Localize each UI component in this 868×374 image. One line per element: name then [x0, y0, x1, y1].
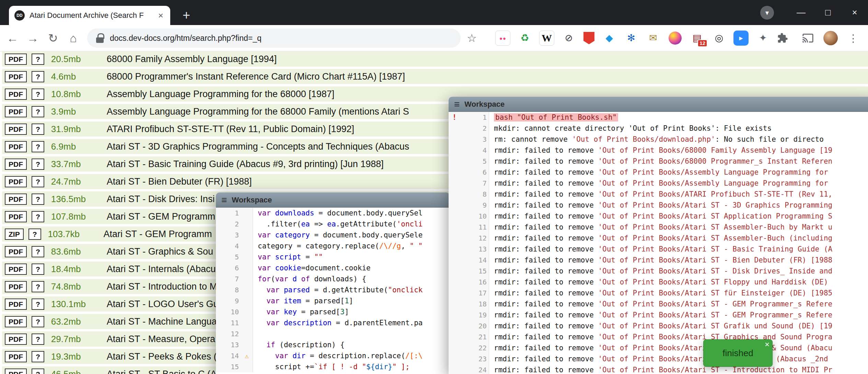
file-title[interactable]: Atari ST - ST Basic to C (A — [107, 369, 217, 374]
profile-avatar[interactable] — [823, 31, 838, 45]
file-type-badge: PDF — [5, 211, 27, 222]
address-bar[interactable]: docs.dev-docs.org/htm/search.php?find=_q — [87, 28, 461, 48]
hamburger-menu-icon[interactable]: ≡ — [221, 195, 227, 205]
file-info-badge[interactable]: ? — [32, 71, 44, 82]
file-title[interactable]: Atari ST - Measure, Opera — [107, 334, 215, 344]
mail-icon[interactable]: ✉ — [646, 31, 661, 46]
file-info-badge[interactable]: ? — [32, 299, 44, 310]
file-title[interactable]: Atari ST - 3D Graphics Programming - Con… — [107, 141, 409, 152]
file-row[interactable]: PDF?4.6mb68000 Programmer's Instant Refe… — [2, 69, 868, 84]
recycle-icon[interactable]: ♻ — [517, 31, 532, 46]
file-title[interactable]: 68000 Programmer's Instant Reference Car… — [107, 71, 405, 82]
file-title[interactable]: Atari ST - Internals (Abacu — [107, 264, 216, 274]
file-title[interactable]: Atari ST - Peeks & Pokes ( — [107, 351, 217, 362]
line-gutter: 11 — [449, 222, 489, 233]
terminal-output[interactable]: 1!bash "Out of Print Books.sh"2mkdir: ca… — [449, 112, 868, 374]
video-call-icon[interactable]: ▸ — [733, 31, 749, 46]
profile-chip-icon[interactable]: ▾ — [760, 6, 774, 20]
file-type-badge: PDF — [5, 246, 27, 257]
line-number: 16 — [460, 277, 489, 288]
workspace-terminal-titlebar[interactable]: ≡ Workspace — [449, 97, 868, 112]
file-row[interactable]: PDF?20.5mb68000 Family Assembly Language… — [2, 51, 868, 67]
ublock-shield-icon[interactable] — [583, 31, 595, 46]
file-info-badge[interactable]: ? — [32, 194, 44, 205]
bookmark-star-icon[interactable]: ☆ — [463, 28, 481, 48]
line-gutter: 9 — [449, 200, 489, 211]
file-info-badge[interactable]: ? — [32, 246, 44, 257]
file-title[interactable]: Atari ST - Graphics & Sou — [107, 246, 213, 257]
noscript-icon[interactable]: ⊘ — [561, 31, 576, 46]
file-title[interactable]: Atari ST - Introduction to M — [107, 281, 217, 292]
hamburger-menu-icon[interactable]: ≡ — [454, 100, 460, 109]
file-title[interactable]: Assembly Language Programming for the 68… — [107, 106, 409, 117]
close-button[interactable]: × — [841, 0, 868, 25]
file-size: 83.6mb — [51, 246, 102, 257]
notification-close-icon[interactable]: × — [765, 340, 769, 349]
file-title[interactable]: Atari ST - Machine Langua — [107, 316, 217, 327]
file-info-badge[interactable]: ? — [32, 264, 44, 275]
file-title[interactable]: ATARI Profibuch ST-STE-TT (Rev 11, Publi… — [107, 124, 354, 135]
line-number: 5 — [460, 156, 489, 167]
code-line: 14⚠ var dir = description.replace(/[:\ — [216, 350, 450, 361]
camera-icon[interactable] — [668, 31, 683, 46]
minimize-button[interactable]: — — [788, 0, 814, 25]
binoculars-icon[interactable]: ◎ — [711, 31, 727, 46]
file-title[interactable]: Atari ST - GEM Programm — [107, 211, 215, 222]
tab-close-icon[interactable]: × — [157, 11, 165, 20]
file-info-badge[interactable]: ? — [32, 351, 44, 362]
code-line: 22rmdir: failed to remove 'Out of Print … — [449, 342, 868, 353]
browser-tab[interactable]: DD Atari Document Archive (Search F × — [9, 6, 170, 25]
finished-notification[interactable]: finished × — [703, 339, 773, 367]
line-number: 6 — [460, 167, 489, 178]
sparkle-icon[interactable]: ✦ — [755, 31, 771, 46]
asterisk-icon[interactable]: ✻ — [624, 31, 639, 46]
line-gutter: 4 — [449, 145, 489, 156]
gutter-marker-empty — [449, 189, 460, 200]
extensions-puzzle-icon[interactable] — [773, 28, 792, 48]
line-number: 4 — [460, 145, 489, 156]
browser-menu-icon[interactable]: ⋮ — [843, 28, 863, 48]
file-info-badge[interactable]: ? — [32, 54, 44, 65]
file-title[interactable]: Atari ST - Basic Training Guide (Abacus … — [107, 159, 384, 170]
forward-button[interactable]: → — [24, 28, 42, 48]
file-info-badge[interactable]: ? — [32, 89, 44, 100]
file-title[interactable]: Atari ST - Disk Drives: Insi — [107, 194, 215, 204]
file-title[interactable]: 68000 Family Assembly Language [1994] — [107, 54, 277, 65]
wikipedia-icon[interactable]: W — [539, 31, 554, 46]
file-info-badge[interactable]: ? — [32, 369, 44, 374]
file-title[interactable]: Atari ST - GEM Programm — [104, 229, 212, 239]
file-info-badge[interactable]: ? — [32, 211, 44, 222]
file-info-badge[interactable]: ? — [28, 229, 41, 240]
line-gutter: 12 — [449, 233, 489, 244]
maximize-button[interactable]: □ — [814, 0, 841, 25]
file-title[interactable]: Assembly Language Programming for the 68… — [107, 89, 334, 100]
line-number: 14 — [216, 350, 241, 361]
workspace-editor-titlebar[interactable]: ≡ Workspace — [216, 192, 450, 208]
url-text[interactable]: docs.dev-docs.org/htm/search.php?find=_q — [110, 34, 262, 43]
file-type-badge: PDF — [5, 141, 27, 152]
file-info-badge[interactable]: ? — [32, 316, 44, 327]
news-icon[interactable]: ▤12 — [690, 31, 705, 46]
file-info-badge[interactable]: ? — [32, 159, 44, 170]
kite-icon[interactable]: ◆ — [602, 31, 617, 46]
file-title[interactable]: Atari ST - Bien Debuter (FR) [1988] — [107, 176, 252, 187]
home-button[interactable]: ⌂ — [64, 28, 82, 48]
new-tab-button[interactable]: + — [178, 7, 194, 23]
cast-icon[interactable] — [798, 28, 818, 48]
file-info-badge[interactable]: ? — [32, 176, 44, 187]
browser-window: DD Atari Document Archive (Search F × + … — [0, 0, 868, 374]
gutter-marker-empty — [449, 200, 460, 211]
flickr-icon[interactable]: ●● — [495, 31, 510, 46]
file-info-badge[interactable]: ? — [32, 106, 44, 117]
reload-button[interactable]: ↻ — [44, 28, 62, 48]
file-info-badge[interactable]: ? — [32, 124, 44, 135]
file-info-badge[interactable]: ? — [32, 281, 44, 292]
back-button[interactable]: ← — [3, 28, 22, 48]
file-title[interactable]: Atari ST - LOGO User's Gu — [107, 299, 219, 309]
code-editor[interactable]: 1var downloads = document.body.querySel2… — [216, 208, 450, 374]
code-line: 15 script +=`if [ ! -d "${dir}" ]; — [216, 361, 450, 372]
line-gutter: 2 — [216, 219, 253, 230]
file-info-badge[interactable]: ? — [32, 141, 44, 152]
file-info-badge[interactable]: ? — [32, 334, 44, 345]
line-gutter: 15 — [216, 361, 253, 372]
